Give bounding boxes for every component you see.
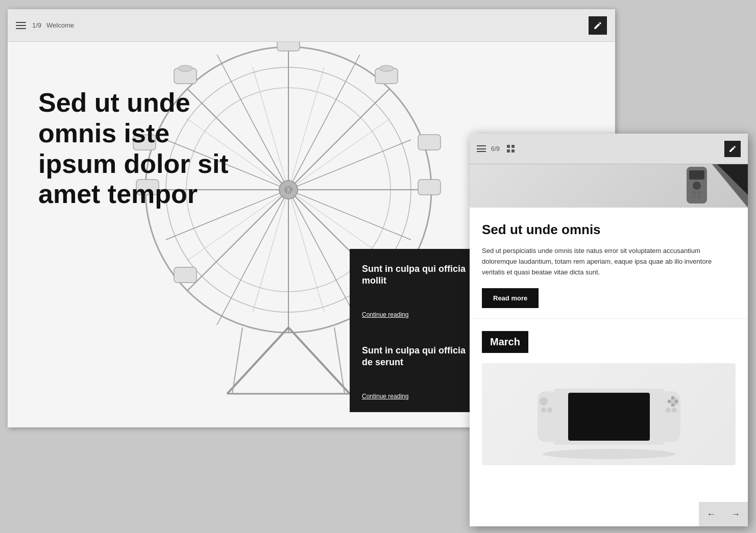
svg-point-45: [547, 408, 552, 413]
svg-rect-15: [418, 135, 441, 150]
second-menu-icon[interactable]: [477, 145, 486, 152]
svg-rect-47: [661, 391, 680, 442]
svg-line-25: [227, 327, 288, 394]
svg-point-53: [667, 399, 671, 403]
svg-point-52: [674, 399, 678, 403]
svg-point-44: [540, 397, 548, 405]
svg-line-26: [288, 327, 350, 394]
hero-heading: Sed ut unde omnis iste ipsum dolor sit a…: [38, 88, 253, 210]
svg-point-55: [543, 449, 675, 459]
second-content: Sed ut unde omnis Sed ut perspiciatis un…: [470, 164, 748, 526]
svg-point-51: [671, 396, 674, 399]
edit-button[interactable]: [589, 16, 607, 35]
article-card-1: Sunt in culpa qui officia mollit Continu…: [350, 249, 482, 331]
card-3-continue-link[interactable]: Continue reading: [362, 393, 470, 400]
svg-point-17: [178, 65, 192, 71]
article-heading: Sed ut unde omnis: [482, 222, 736, 238]
svg-point-49: [666, 408, 671, 413]
svg-rect-22: [174, 267, 197, 283]
article-section: Sed ut unde omnis Sed ut perspiciatis un…: [470, 208, 748, 319]
next-arrow-button[interactable]: →: [723, 502, 748, 526]
card-1-continue-link[interactable]: Continue reading: [362, 311, 470, 318]
read-more-button[interactable]: Read more: [482, 288, 539, 308]
svg-point-39: [693, 195, 696, 198]
svg-point-50: [672, 408, 677, 413]
svg-rect-11: [277, 42, 300, 51]
decorative-image: [646, 164, 748, 208]
switch-image-area: [482, 363, 736, 465]
prev-arrow-button[interactable]: ←: [699, 502, 723, 526]
main-toolbar: 1/9 Welcome: [8, 9, 615, 42]
svg-point-38: [698, 191, 701, 194]
second-edit-button[interactable]: [724, 141, 741, 157]
second-image-strip: [470, 164, 748, 208]
nintendo-switch-image: [522, 368, 696, 460]
page-count: 1/9: [32, 21, 41, 29]
article-card-3: Sunt in culpa qui officia de serunt Cont…: [350, 331, 482, 412]
nav-arrows: ← →: [699, 502, 748, 526]
svg-point-14: [379, 65, 394, 71]
svg-point-54: [671, 403, 674, 407]
svg-point-40: [698, 195, 701, 198]
second-window: 6/9: [470, 134, 748, 526]
page-title: Welcome: [46, 21, 74, 29]
march-label: March: [482, 331, 528, 353]
svg-point-46: [541, 408, 546, 413]
svg-point-37: [693, 191, 696, 194]
second-toolbar: 6/9: [470, 134, 748, 164]
svg-rect-43: [538, 391, 557, 442]
svg-rect-35: [689, 170, 704, 180]
svg-point-36: [693, 182, 701, 190]
second-page-count: 6/9: [491, 145, 500, 153]
svg-rect-20: [418, 180, 441, 195]
grid-dots-icon[interactable]: [507, 145, 515, 153]
menu-icon[interactable]: [16, 22, 26, 29]
card-1-title: Sunt in culpa qui officia mollit: [362, 263, 470, 287]
card-3-title: Sunt in culpa qui officia de serunt: [362, 345, 470, 369]
hero-text: Sed ut unde omnis iste ipsum dolor sit a…: [38, 88, 253, 210]
march-section: March: [470, 319, 748, 465]
svg-rect-42: [568, 393, 650, 441]
article-body: Sed ut perspiciatis unde omnis iste natu…: [482, 246, 736, 277]
